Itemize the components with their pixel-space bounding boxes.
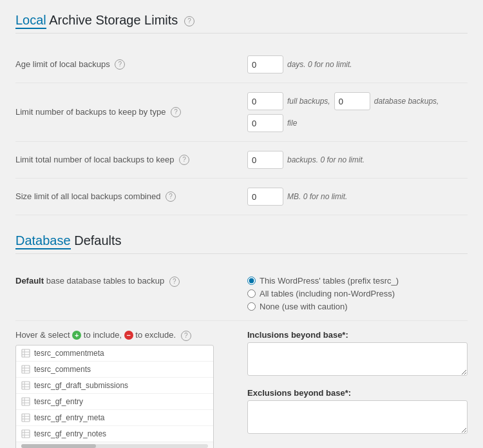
table-name: tesrc_gf_entry_meta bbox=[34, 413, 104, 422]
table-icon bbox=[21, 349, 30, 358]
total-backups-hint: backups. 0 for no limit. bbox=[287, 155, 365, 164]
radio-wp-tables-label: This WordPress' tables (prefix tesrc_) bbox=[260, 276, 399, 286]
list-item[interactable]: tesrc_gf_draft_submissions bbox=[16, 378, 213, 394]
default-tables-row: Default base database tables to backup ?… bbox=[15, 267, 468, 321]
exclusions-label: Exclusions beyond base*: bbox=[247, 388, 468, 398]
total-backups-input[interactable] bbox=[247, 151, 283, 169]
radio-all-tables[interactable]: All tables (including non-WordPress) bbox=[247, 289, 399, 298]
radio-wp-tables-input[interactable] bbox=[247, 277, 256, 285]
db-backups-input[interactable] bbox=[334, 92, 370, 110]
table-name: tesrc_gf_draft_submissions bbox=[34, 381, 128, 390]
hover-help-icon[interactable]: ? bbox=[181, 331, 191, 341]
default-tables-radio-group: This WordPress' tables (prefix tesrc_) A… bbox=[247, 276, 399, 311]
exclude-icon: − bbox=[124, 331, 133, 340]
list-item[interactable]: tesrc_commentmeta bbox=[16, 346, 213, 362]
include-icon: + bbox=[72, 331, 81, 340]
hover-select-label-col: Hover & select + to include, − to exclud… bbox=[15, 330, 247, 448]
exclusions-textarea[interactable] bbox=[247, 400, 468, 434]
age-limit-label: Age limit of local backups ? bbox=[15, 59, 247, 70]
size-limit-row: Size limit of all local backups combined… bbox=[15, 179, 468, 215]
hover-include-text: to include, bbox=[84, 330, 124, 340]
list-item[interactable]: tesrc_gf_entry_meta bbox=[16, 410, 213, 426]
title-help-icon[interactable]: ? bbox=[184, 16, 194, 26]
age-limit-help-icon[interactable]: ? bbox=[115, 59, 125, 70]
table-name: tesrc_commentmeta bbox=[34, 349, 104, 358]
table-icon bbox=[21, 397, 30, 406]
hover-select-row: Hover & select + to include, − to exclud… bbox=[15, 321, 468, 448]
limit-total-controls: backups. 0 for no limit. bbox=[247, 151, 365, 169]
db-section-title: Database Defaults bbox=[15, 233, 468, 254]
limit-total-label: Limit total number of local backups to k… bbox=[15, 155, 247, 166]
default-tables-label: Default base database tables to backup ? bbox=[15, 276, 247, 311]
exclusions-block: Exclusions beyond base*: bbox=[247, 388, 468, 436]
table-icon bbox=[21, 365, 30, 374]
limit-total-help-icon[interactable]: ? bbox=[179, 155, 189, 165]
radio-none-tables-label: None (use with caution) bbox=[260, 302, 348, 311]
list-item[interactable]: tesrc_gf_entry_notes bbox=[16, 426, 213, 442]
inclusions-block: Inclusions beyond base*: bbox=[247, 330, 468, 378]
svg-rect-16 bbox=[22, 414, 30, 422]
age-limit-row: Age limit of local backups ? days. 0 for… bbox=[15, 46, 468, 83]
svg-rect-4 bbox=[22, 365, 30, 373]
table-list-scroll[interactable]: tesrc_commentmeta tesrc_comments tesrc_g… bbox=[16, 346, 213, 442]
limit-by-type-label: Limit number of backups to keep by type … bbox=[15, 107, 247, 118]
size-limit-hint: MB. 0 for no limit. bbox=[287, 192, 347, 201]
limit-by-type-controls: full backups, database backups, file bbox=[247, 92, 468, 132]
table-icon bbox=[21, 429, 30, 438]
limit-by-type-row: Limit number of backups to keep by type … bbox=[15, 83, 468, 142]
full-backups-hint: full backups, bbox=[287, 97, 330, 106]
inclusions-textarea[interactable] bbox=[247, 342, 468, 376]
table-icon bbox=[21, 381, 30, 390]
age-limit-controls: days. 0 for no limit. bbox=[247, 55, 352, 73]
table-name: tesrc_gf_entry_notes bbox=[34, 429, 106, 438]
list-item[interactable]: tesrc_comments bbox=[16, 362, 213, 378]
svg-rect-0 bbox=[22, 349, 30, 357]
hover-exclude-text: to exclude. bbox=[135, 330, 176, 340]
table-name: tesrc_comments bbox=[34, 365, 91, 374]
size-limit-label: Size limit of all local backups combined… bbox=[15, 191, 247, 202]
hover-label-text: Hover & select bbox=[15, 330, 72, 340]
file-backups-input[interactable] bbox=[247, 114, 283, 132]
age-limit-hint: days. 0 for no limit. bbox=[287, 60, 352, 69]
radio-wp-tables[interactable]: This WordPress' tables (prefix tesrc_) bbox=[247, 276, 399, 286]
radio-all-tables-input[interactable] bbox=[247, 289, 256, 298]
default-tables-help-icon[interactable]: ? bbox=[169, 277, 180, 287]
table-icon bbox=[21, 413, 30, 422]
page-title: Local Archive Storage Limits ? bbox=[15, 13, 468, 34]
radio-none-tables-input[interactable] bbox=[247, 302, 256, 311]
svg-rect-8 bbox=[22, 382, 30, 389]
title-highlight: Local bbox=[15, 13, 46, 29]
limit-type-help-icon[interactable]: ? bbox=[171, 107, 181, 117]
full-backups-input[interactable] bbox=[247, 92, 283, 110]
db-section: Database Defaults Default base database … bbox=[15, 233, 468, 448]
db-title-highlight: Database bbox=[15, 233, 71, 249]
inclusions-label: Inclusions beyond base*: bbox=[247, 330, 468, 340]
list-item[interactable]: tesrc_gf_entry bbox=[16, 394, 213, 410]
inclusions-exclusions-col: Inclusions beyond base*: Exclusions beyo… bbox=[247, 330, 468, 448]
radio-none-tables[interactable]: None (use with caution) bbox=[247, 302, 399, 311]
svg-rect-12 bbox=[22, 398, 30, 405]
size-limit-controls: MB. 0 for no limit. bbox=[247, 188, 347, 206]
age-limit-input[interactable] bbox=[247, 55, 283, 73]
size-limit-input[interactable] bbox=[247, 188, 283, 206]
radio-all-tables-label: All tables (including non-WordPress) bbox=[260, 289, 395, 298]
file-backups-hint: file bbox=[287, 119, 297, 128]
table-list: tesrc_commentmeta tesrc_comments tesrc_g… bbox=[15, 345, 214, 448]
db-backups-hint: database backups, bbox=[374, 97, 439, 106]
size-limit-help-icon[interactable]: ? bbox=[166, 191, 176, 202]
limit-total-row: Limit total number of local backups to k… bbox=[15, 142, 468, 179]
svg-rect-20 bbox=[22, 430, 30, 438]
table-name: tesrc_gf_entry bbox=[34, 397, 83, 406]
